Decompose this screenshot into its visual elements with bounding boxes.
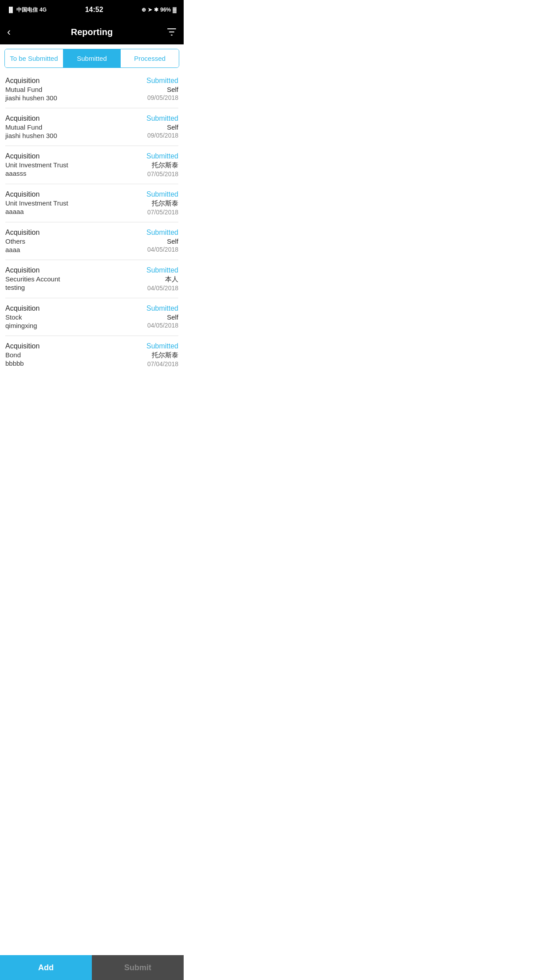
item-category: Mutual Fund	[5, 86, 57, 93]
item-category: Bond	[5, 351, 39, 359]
list-item[interactable]: Acquisition Unit Investment Trust aaasss…	[5, 146, 178, 184]
list-item[interactable]: Acquisition Others aaaa Submitted Self 0…	[5, 222, 178, 260]
item-owner: Self	[167, 86, 178, 93]
item-date: 04/05/2018	[147, 322, 178, 329]
page-title: Reporting	[71, 27, 113, 37]
list-item[interactable]: Acquisition Bond bbbbb Submitted 托尔斯泰 07…	[5, 336, 178, 374]
item-type: Acquisition	[5, 342, 39, 350]
item-owner: 托尔斯泰	[152, 161, 178, 170]
item-status: Submitted	[146, 115, 178, 122]
status-right: ⊕ ➤ ✱ 96% ▓	[142, 7, 177, 13]
back-icon: ‹	[7, 26, 11, 38]
list-item[interactable]: Acquisition Mutual Fund jiashi hushen 30…	[5, 108, 178, 146]
list-item[interactable]: Acquisition Unit Investment Trust aaaaa …	[5, 184, 178, 222]
item-date: 07/05/2018	[147, 170, 178, 178]
item-right-7: Submitted 托尔斯泰 07/04/2018	[130, 342, 178, 368]
item-owner: 托尔斯泰	[152, 199, 178, 208]
item-name: bbbbb	[5, 360, 39, 367]
item-date: 07/05/2018	[147, 209, 178, 216]
network-type: 4G	[39, 7, 47, 13]
item-date: 09/05/2018	[147, 94, 178, 101]
item-name: aaasss	[5, 170, 68, 177]
status-time: 14:52	[85, 6, 103, 14]
item-category: Others	[5, 237, 39, 245]
tab-processed[interactable]: Processed	[121, 49, 179, 67]
item-owner: 托尔斯泰	[152, 351, 178, 360]
list-item[interactable]: Acquisition Stock qimingxing Submitted S…	[5, 298, 178, 336]
item-right-3: Submitted 托尔斯泰 07/05/2018	[130, 190, 178, 216]
item-type: Acquisition	[5, 152, 68, 160]
tab-bar: To be Submitted Submitted Processed	[4, 49, 179, 68]
report-list: Acquisition Mutual Fund jiashi hushen 30…	[0, 71, 184, 400]
list-item[interactable]: Acquisition Securities Account testing S…	[5, 260, 178, 298]
item-status: Submitted	[146, 266, 178, 274]
tab-submitted[interactable]: Submitted	[63, 49, 121, 67]
item-type: Acquisition	[5, 77, 57, 85]
list-item[interactable]: Acquisition Mutual Fund jiashi hushen 30…	[5, 71, 178, 108]
item-left-1: Acquisition Mutual Fund jiashi hushen 30…	[5, 115, 57, 139]
item-name: aaaa	[5, 246, 39, 253]
item-right-0: Submitted Self 09/05/2018	[130, 77, 178, 101]
item-category: Unit Investment Trust	[5, 199, 68, 207]
item-status: Submitted	[146, 229, 178, 237]
item-right-5: Submitted 本人 04/05/2018	[130, 266, 178, 292]
item-name: jiashi hushen 300	[5, 132, 57, 139]
nav-bar: ‹ Reporting	[0, 20, 184, 44]
item-name: aaaaa	[5, 208, 68, 215]
item-type: Acquisition	[5, 229, 39, 237]
item-category: Securities Account	[5, 275, 60, 283]
item-left-5: Acquisition Securities Account testing	[5, 266, 60, 291]
item-status: Submitted	[146, 304, 178, 312]
item-left-3: Acquisition Unit Investment Trust aaaaa	[5, 190, 68, 215]
item-date: 04/05/2018	[147, 285, 178, 292]
item-right-4: Submitted Self 04/05/2018	[130, 229, 178, 253]
item-date: 07/04/2018	[147, 360, 178, 368]
item-category: Mutual Fund	[5, 123, 57, 131]
list-container: Acquisition Mutual Fund jiashi hushen 30…	[0, 71, 184, 374]
arrow-icon: ➤	[148, 7, 152, 13]
item-status: Submitted	[146, 190, 178, 198]
item-category: Stock	[5, 313, 39, 321]
item-left-4: Acquisition Others aaaa	[5, 229, 39, 253]
filter-icon	[167, 27, 177, 37]
item-status: Submitted	[146, 152, 178, 160]
back-button[interactable]: ‹	[7, 26, 21, 38]
item-owner: Self	[167, 237, 178, 245]
item-category: Unit Investment Trust	[5, 161, 68, 169]
item-left-7: Acquisition Bond bbbbb	[5, 342, 39, 367]
item-right-1: Submitted Self 09/05/2018	[130, 115, 178, 139]
item-left-0: Acquisition Mutual Fund jiashi hushen 30…	[5, 77, 57, 102]
battery-icon: ▓	[173, 7, 177, 13]
tab-to-be-submitted[interactable]: To be Submitted	[5, 49, 63, 67]
item-type: Acquisition	[5, 190, 68, 198]
item-owner: Self	[167, 313, 178, 321]
signal-icon: ▐▌	[7, 7, 15, 13]
item-left-2: Acquisition Unit Investment Trust aaasss	[5, 152, 68, 177]
item-name: qimingxing	[5, 322, 39, 329]
item-type: Acquisition	[5, 266, 60, 274]
item-status: Submitted	[146, 342, 178, 350]
item-date: 04/05/2018	[147, 246, 178, 253]
status-bar: ▐▌ 中国电信 4G 14:52 ⊕ ➤ ✱ 96% ▓	[0, 0, 184, 20]
item-name: jiashi hushen 300	[5, 94, 57, 102]
item-left-6: Acquisition Stock qimingxing	[5, 304, 39, 329]
location-icon: ⊕	[142, 7, 146, 13]
item-status: Submitted	[146, 77, 178, 85]
carrier-info: ▐▌ 中国电信 4G	[7, 6, 47, 14]
item-name: testing	[5, 284, 60, 291]
filter-button[interactable]	[162, 27, 177, 37]
battery-level: 96%	[160, 7, 171, 13]
item-right-2: Submitted 托尔斯泰 07/05/2018	[130, 152, 178, 178]
item-type: Acquisition	[5, 304, 39, 312]
bluetooth-icon: ✱	[154, 7, 158, 13]
item-right-6: Submitted Self 04/05/2018	[130, 304, 178, 329]
item-owner: 本人	[165, 275, 178, 284]
carrier-name: 中国电信	[16, 6, 38, 14]
item-owner: Self	[167, 123, 178, 131]
item-date: 09/05/2018	[147, 132, 178, 139]
item-type: Acquisition	[5, 115, 57, 122]
